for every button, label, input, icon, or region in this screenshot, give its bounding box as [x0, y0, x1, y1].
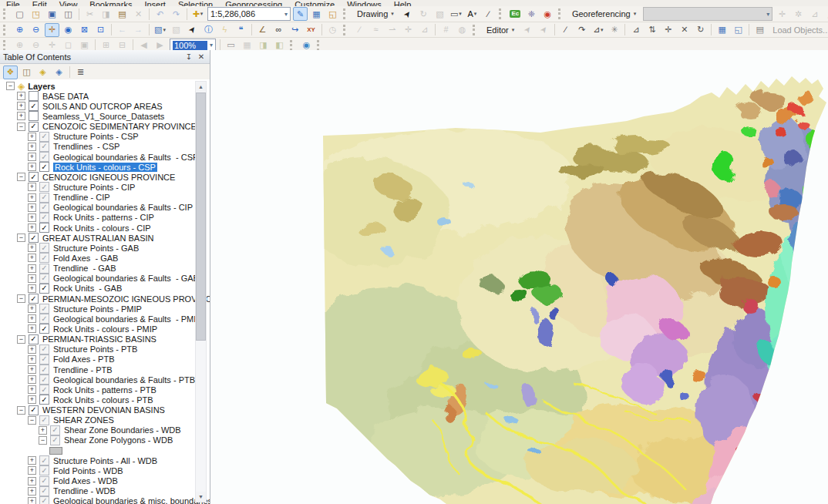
menu-selection[interactable]: Selection	[172, 0, 219, 6]
cut-icon[interactable]: ✂	[82, 7, 97, 21]
layer-tree-row[interactable]: +✓Geological boundaries & Faults - PTB	[0, 375, 210, 385]
menu-geoprocessing[interactable]: Geoprocessing	[219, 0, 288, 6]
layer-tree-row[interactable]: +✓Geological boundaries & Faults - CIP	[0, 203, 210, 213]
visibility-checkbox[interactable]: ✓	[39, 375, 49, 385]
layer-tree-row[interactable]: +✓Trendline - CIP	[0, 193, 210, 203]
expand-icon[interactable]: +	[28, 477, 36, 486]
expand-icon[interactable]: −	[17, 173, 25, 181]
visibility-checkbox[interactable]: ✓	[29, 172, 39, 182]
editor-menu[interactable]: Editor▾	[483, 23, 518, 36]
measure-icon[interactable]: ∠	[255, 23, 270, 37]
layer-tree-row[interactable]: +✓Structure Points - PTB	[0, 344, 210, 354]
visibility-checkbox[interactable]: ✓	[39, 465, 49, 475]
layer-label[interactable]: Structure Points - All - WDB	[53, 456, 157, 465]
table-options-icon[interactable]: ▦	[309, 7, 324, 21]
layer-label[interactable]: BASE DATA	[42, 92, 89, 101]
expand-icon[interactable]: +	[28, 314, 36, 323]
layer-label[interactable]: SOILS AND OUTCROP AREAS	[42, 102, 163, 111]
layer-tree-row[interactable]: +✓Geological boundaries & Faults - GAB	[0, 274, 210, 284]
visibility-checkbox[interactable]: ✓	[39, 304, 49, 314]
expand-icon[interactable]: +	[28, 203, 36, 212]
rectangle-tool-icon[interactable]: ▭▾	[449, 7, 463, 21]
select-features-icon[interactable]: ▧▾	[153, 23, 167, 37]
map-view[interactable]	[210, 50, 828, 504]
visibility-checkbox[interactable]: ✓	[50, 425, 60, 435]
expand-icon[interactable]: +	[17, 102, 25, 110]
layer-tree-row[interactable]: +✓Trendline - WDB	[0, 486, 210, 496]
menu-file[interactable]: File	[0, 0, 26, 6]
scrollbar-thumb[interactable]	[196, 92, 206, 341]
visibility-checkbox[interactable]: ✓	[39, 385, 49, 395]
delete-feature-icon[interactable]: ✕	[677, 23, 692, 37]
visibility-checkbox[interactable]: ✓	[39, 223, 49, 233]
layer-label[interactable]: Rock Units - GAB	[53, 284, 122, 293]
expand-icon[interactable]: +	[28, 395, 36, 404]
expand-icon[interactable]: −	[17, 123, 25, 131]
layer-label[interactable]: Structure Points - CSP	[53, 132, 139, 141]
open-folder-icon[interactable]: ◳	[29, 7, 43, 21]
copy-icon[interactable]: ◨	[99, 7, 113, 21]
visibility-checkbox[interactable]: ✓	[39, 324, 49, 334]
layer-label[interactable]: Geological boundaries & Faults - CIP	[53, 203, 193, 212]
menu-help[interactable]: Help	[388, 0, 418, 6]
list-by-selection-icon[interactable]: ◈	[52, 66, 66, 79]
layer-label[interactable]: SHEAR ZONES	[53, 415, 114, 425]
layer-label[interactable]: Rock Units - colours - PMIP	[53, 324, 157, 334]
layer-label[interactable]: Shear Zone Boundaries - WDB	[64, 425, 181, 435]
layer-label[interactable]: Geological boundaries & Faults - PTB	[53, 375, 195, 385]
select-elements-cursor-icon[interactable]: ➤	[400, 7, 415, 21]
scroll-down-icon[interactable]: ▼	[196, 492, 206, 502]
layer-label[interactable]: Trendlines - CSP	[53, 142, 119, 151]
layer-tree-row[interactable]: −✓Shear Zone Polygons - WDB	[0, 435, 210, 445]
select-elements-icon[interactable]: ➤	[185, 23, 200, 37]
rectify-icon[interactable]: ◭	[823, 7, 828, 21]
toolbar-grip[interactable]	[343, 8, 349, 19]
zoom-to-selected-icon[interactable]: ▧	[433, 7, 447, 21]
layer-label[interactable]: Rock Units - colours - PTB	[53, 395, 153, 405]
delete-icon[interactable]: ✕	[131, 7, 146, 21]
visibility-checkbox[interactable]: ✓	[29, 101, 39, 111]
fixed-zoom-out-icon[interactable]: ⊡	[93, 23, 108, 37]
expand-icon[interactable]: +	[28, 143, 36, 151]
visibility-checkbox[interactable]: ✓	[39, 142, 49, 152]
expand-icon[interactable]: +	[28, 193, 36, 202]
layer-label[interactable]: Geological boundaries & Faults - CSP	[53, 153, 198, 162]
menu-insert[interactable]: Insert	[138, 0, 172, 6]
expand-icon[interactable]: +	[28, 487, 36, 496]
visibility-checkbox[interactable]: ✓	[39, 193, 49, 203]
layer-tree-row[interactable]: +✓Rock Units - colours - PMIP	[0, 324, 210, 334]
reshape-tool-icon[interactable]: ≈	[369, 23, 383, 37]
identify-icon[interactable]: ⓘ	[201, 23, 216, 37]
layer-tree-row[interactable]: +✓Structure Points - CSP	[0, 132, 210, 142]
expand-icon[interactable]: −	[39, 436, 47, 445]
menu-bookmarks[interactable]: Bookmarks	[83, 0, 138, 6]
toc-scrollbar[interactable]: ▲ ▼	[195, 81, 207, 502]
go-to-xy-icon[interactable]: XY	[304, 23, 318, 37]
hyperlink-icon[interactable]: ϟ	[217, 23, 232, 37]
reshape-feature-icon[interactable]: ⊿	[628, 23, 643, 37]
layer-tree-row[interactable]: +✓Geological boundaries & Faults - PMIP	[0, 314, 210, 324]
layer-tree-row[interactable]: +✓Structure Points - PMIP	[0, 304, 210, 314]
expand-icon[interactable]: −	[17, 335, 25, 344]
clear-selection-icon[interactable]: ▧	[169, 23, 183, 37]
toolbar-grip[interactable]	[3, 40, 9, 51]
line-tool-icon[interactable]: ∕	[481, 7, 496, 21]
layer-label[interactable]: Structure Points - GAB	[53, 244, 139, 253]
layer-label[interactable]: Geological boundaries & Faults - GAB	[53, 274, 199, 283]
layer-label[interactable]: Trendline - WDB	[53, 486, 116, 496]
layer-tree-row[interactable]: +✓Fold Axes - PTB	[0, 354, 210, 365]
rotate-feature-icon[interactable]: ↻	[693, 23, 708, 37]
layer-label[interactable]: Structure Points - PMIP	[53, 304, 142, 314]
expand-icon[interactable]: −	[28, 416, 36, 425]
layer-tree-row[interactable]: +✓Trendline - GAB	[0, 264, 210, 274]
visibility-checkbox[interactable]: ✓	[39, 284, 49, 294]
new-document-icon[interactable]: ▢	[12, 7, 27, 21]
cut-polygons-icon[interactable]: ⇅	[645, 23, 659, 37]
layer-label[interactable]: WESTERN DEVONIAN BASINS	[42, 405, 165, 415]
visibility-checkbox[interactable]: ✓	[39, 182, 49, 192]
layer-label[interactable]: Structure Points - CIP	[53, 183, 135, 192]
help-lifesaver-icon[interactable]: ◉	[540, 7, 555, 21]
layer-label[interactable]: Shear Zone Polygons - WDB	[64, 435, 173, 445]
expand-icon[interactable]: +	[28, 375, 36, 384]
layer-tree-row[interactable]: +✓Rock Units - colours - PTB	[0, 395, 210, 405]
